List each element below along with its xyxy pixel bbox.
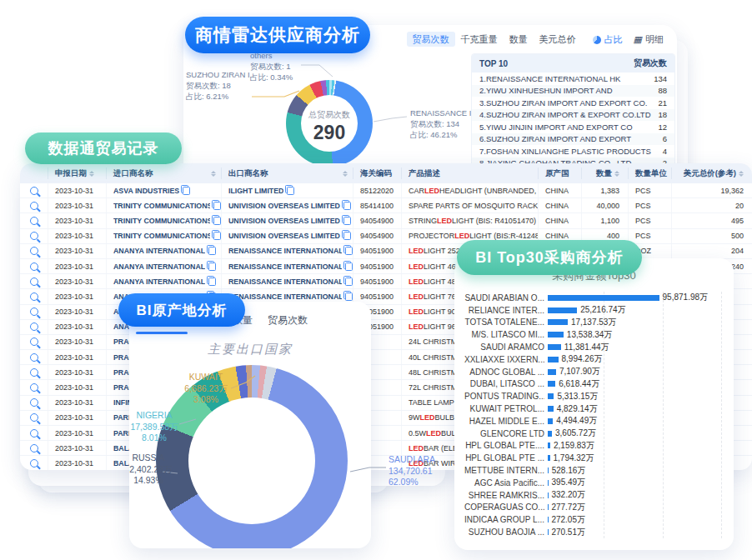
top10-row[interactable]: 1.RENAISSANCE INTERNATIONAL HK134 (472, 72, 674, 85)
col-qty[interactable]: 数量 (582, 168, 629, 179)
magnifier-icon[interactable] (30, 429, 38, 438)
table-row[interactable]: 2023-10-31 TRINITY COMMUNICATIONS UNIVIS… (20, 198, 752, 213)
bar[interactable] (548, 381, 555, 387)
magnifier-icon[interactable] (30, 353, 38, 362)
magnifier-icon[interactable] (30, 322, 38, 331)
metric-tab[interactable]: 美元总价 (534, 32, 582, 47)
magnifier-icon[interactable] (30, 247, 38, 255)
bar-row[interactable]: SAUDI ARAMCO 11,381.44万 (464, 341, 722, 353)
bar[interactable] (548, 319, 568, 325)
bar[interactable] (548, 480, 549, 486)
col-hs-code[interactable]: 海关编码 (353, 168, 402, 179)
bar-row[interactable]: HPL GLOBAL PTE.... 2,159.83万 (464, 440, 722, 452)
bar-row[interactable]: RELIANCE INTER... 25,216.74万 (464, 304, 722, 317)
bar-row[interactable]: ADNOC GLOBAL ... 7,107.90万 (464, 366, 722, 378)
magnifier-icon[interactable] (30, 278, 38, 286)
top10-row[interactable]: 2.YIWU XINHUESHUN IMPORT AND88 (472, 85, 674, 98)
bar-row[interactable]: M/S. LITASCO MI... 13,538.34万 (464, 328, 722, 341)
copy-icon[interactable] (345, 292, 353, 301)
bar[interactable] (548, 344, 561, 350)
bar[interactable] (548, 455, 550, 461)
copy-icon[interactable] (345, 262, 353, 271)
bar-row[interactable]: SUZHOU BAOJIA ... 270.51万 (464, 526, 722, 538)
copy-icon[interactable] (208, 247, 216, 255)
copy-icon[interactable] (345, 278, 353, 286)
magnifier-icon[interactable] (30, 232, 38, 240)
copy-icon[interactable] (213, 217, 221, 225)
metric-tab[interactable]: 千克重量 (455, 32, 504, 47)
copy-icon[interactable] (343, 217, 351, 225)
origin-tab[interactable]: 贸易次数 (268, 313, 308, 328)
bar-row[interactable]: SAUDI ARABIAN O... 95,871.98万 (464, 292, 722, 304)
sort-icon[interactable] (89, 171, 94, 177)
bar[interactable] (548, 369, 556, 375)
copy-icon[interactable] (213, 202, 221, 210)
copy-icon[interactable] (213, 232, 221, 240)
bar-row[interactable]: GLENCORE LTD 3,605.72万 (464, 428, 722, 440)
col-usd-total[interactable]: 美元总价(参考) (672, 168, 752, 179)
table-row[interactable]: 2023-10-31 TRINITY COMMUNICATIONS UNIVIS… (20, 213, 752, 228)
top10-row[interactable]: 4.SUZHOU ZIRAN IMPORT & EXPORT CO.LTD18 (472, 109, 674, 122)
sort-icon[interactable] (739, 171, 744, 177)
bar[interactable] (548, 308, 577, 313)
magnifier-icon[interactable] (30, 187, 38, 195)
magnifier-icon[interactable] (30, 262, 38, 271)
magnifier-icon[interactable] (30, 398, 38, 407)
bar-row[interactable]: TOTSA TOTALENE... 17,137.53万 (464, 317, 722, 329)
bar-row[interactable]: INDICAA GROUP L... 272.05万 (464, 513, 722, 526)
magnifier-icon[interactable] (30, 459, 38, 468)
top10-row[interactable]: 7.FOSHAN XINLIANGHE PLASTIC PRODUCTS4 (472, 145, 674, 158)
magnifier-icon[interactable] (30, 444, 38, 452)
detail-toggle[interactable]: ▦ 明细 (634, 33, 664, 46)
magnifier-icon[interactable] (30, 202, 38, 210)
bar[interactable] (548, 431, 552, 437)
copy-icon[interactable] (183, 187, 190, 195)
metric-tab[interactable]: 数量 (504, 32, 534, 47)
bar[interactable] (548, 442, 550, 448)
sort-icon[interactable] (343, 171, 348, 177)
metric-tab[interactable]: 贸易次数 (407, 32, 455, 47)
magnifier-icon[interactable] (30, 413, 38, 422)
top10-row[interactable]: 3.SUZHOU ZIRAN IMPORT AND EXPORT CO.21 (472, 97, 674, 109)
col-unit[interactable]: 数量单位 (629, 168, 672, 179)
top10-row[interactable]: 5.YIWU JINJIN IMPORT AND EXPORT CO12 (472, 121, 674, 133)
bar-row[interactable]: KUWAIT PETROL... 4,829.14万 (464, 402, 722, 415)
table-row[interactable]: 2023-10-31 ANANYA INTERNATIONAL RENAISSA… (20, 244, 752, 259)
bar-row[interactable]: XXLIAXXE IXXERN... 8,994.26万 (464, 353, 722, 366)
magnifier-icon[interactable] (30, 368, 38, 377)
bar-row[interactable]: PONTUS TRADING... 5,313.15万 (464, 390, 722, 402)
copy-icon[interactable] (343, 232, 351, 240)
bar-row[interactable]: SHREE RAMKRIS... 332.20万 (464, 489, 722, 502)
top10-row[interactable]: 6.SUZHOU ZIRAN IMPORT AND EXPORT6 (472, 133, 674, 146)
magnifier-icon[interactable] (30, 383, 38, 392)
copy-icon[interactable] (345, 247, 353, 255)
col-exporter[interactable]: 出口商名称 (222, 168, 353, 179)
sort-icon[interactable] (614, 171, 619, 177)
table-row[interactable]: 2023-10-31 TRINITY COMMUNICATIONS UNIVIS… (20, 229, 752, 244)
bar[interactable] (548, 357, 559, 362)
bar-row[interactable]: METTUBE INTERN... 528.16万 (464, 464, 722, 477)
copy-icon[interactable] (287, 187, 294, 195)
bar[interactable] (548, 295, 659, 301)
copy-icon[interactable] (208, 278, 216, 286)
magnifier-icon[interactable] (30, 338, 38, 346)
bar-row[interactable]: DUBAI, LITASCO ... 6,618.44万 (464, 378, 722, 391)
bar[interactable] (548, 468, 549, 473)
bar[interactable] (548, 406, 554, 412)
bar[interactable] (548, 332, 564, 338)
col-origin[interactable]: 原产国 (539, 168, 582, 179)
col-product[interactable]: 产品描述 (402, 168, 539, 179)
bar-row[interactable]: COPERAGUAS CO... 277.72万 (464, 502, 722, 514)
bar[interactable] (548, 418, 553, 424)
copy-icon[interactable] (343, 202, 351, 210)
bar-row[interactable]: HPL GLOBAL PTE ... 1,794.32万 (464, 452, 722, 464)
bar-row[interactable]: HAZEL MIDDLE E... 4,494.49万 (464, 415, 722, 428)
magnifier-icon[interactable] (30, 308, 38, 316)
bar-row[interactable]: AGC Asia Pacific... 395.49万 (464, 477, 722, 489)
magnifier-icon[interactable] (30, 292, 38, 301)
table-row[interactable]: 2023-10-31 ASVA INDUSTRIES ILIGHT LIMITE… (20, 183, 752, 198)
bar[interactable] (548, 393, 554, 399)
magnifier-icon[interactable] (30, 217, 38, 225)
col-importer[interactable]: 进口商名称 (107, 168, 222, 179)
sort-icon[interactable] (211, 171, 216, 177)
